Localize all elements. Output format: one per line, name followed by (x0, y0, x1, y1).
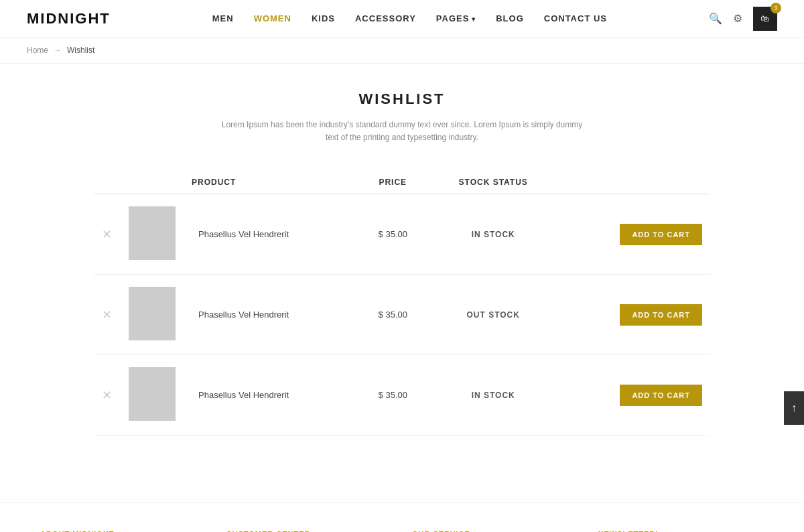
settings-icon[interactable]: ⚙ (733, 12, 742, 25)
add-to-cart-button[interactable]: ADD TO CART (620, 385, 702, 406)
product-price: $ 35.00 (379, 229, 407, 239)
stock-status: OUT STOCK (466, 310, 519, 320)
breadcrumb-arrow: → (54, 46, 62, 55)
remove-button[interactable]: ✕ (102, 308, 112, 322)
header-price: PRICE (358, 171, 427, 194)
add-to-cart-button[interactable]: ADD TO CART (620, 304, 702, 326)
page-description: Lorem Ipsum has been the industry's stan… (214, 119, 590, 144)
main-content: WISHLIST Lorem Ipsum has been the indust… (80, 64, 724, 462)
nav-men[interactable]: MEN (212, 13, 234, 23)
product-price: $ 35.00 (379, 310, 407, 320)
product-name: Phasellus Vel Hendrerit (192, 390, 289, 400)
product-price: $ 35.00 (379, 390, 407, 400)
product-thumbnail (129, 287, 176, 340)
scroll-to-top-button[interactable]: ↑ (784, 391, 804, 425)
breadcrumb-home[interactable]: Home (27, 46, 48, 55)
cart-icon: 🛍 (760, 13, 769, 23)
breadcrumb: Home → Wishlist (0, 38, 804, 64)
product-thumbnail (129, 367, 176, 421)
stock-status: IN STOCK (472, 230, 515, 239)
product-name: Phasellus Vel Hendrerit (192, 229, 289, 239)
search-icon[interactable]: 🔍 (709, 12, 722, 25)
product-name: Phasellus Vel Hendrerit (192, 310, 289, 320)
table-header-row: PRODUCT PRICE STOCK STATUS (94, 171, 710, 194)
nav-contact[interactable]: CONTACT US (544, 13, 607, 23)
add-to-cart-button[interactable]: ADD TO CART (620, 224, 702, 245)
cart-badge: 3 (770, 3, 781, 13)
cart-button[interactable]: 🛍 3 (753, 7, 777, 31)
remove-button[interactable]: ✕ (102, 389, 112, 402)
nav-blog[interactable]: BLOG (496, 13, 524, 23)
header-product: PRODUCT (184, 171, 358, 194)
nav-accessory[interactable]: ACCESSORY (355, 13, 416, 23)
table-row: ✕ Phasellus Vel Hendrerit $ 35.00 IN STO… (94, 194, 710, 275)
header-action (559, 171, 710, 194)
table-row: ✕ Phasellus Vel Hendrerit $ 35.00 IN STO… (94, 355, 710, 436)
logo[interactable]: MIDNIGHT (27, 10, 111, 27)
table-row: ✕ Phasellus Vel Hendrerit $ 35.00 OUT ST… (94, 275, 710, 355)
header-thumb (121, 171, 184, 194)
header-icons: 🔍 ⚙ 🛍 3 (709, 7, 777, 31)
breadcrumb-current: Wishlist (67, 46, 94, 55)
header: MIDNIGHT MEN WOMEN KIDS ACCESSORY PAGES … (0, 0, 804, 38)
wishlist-table: PRODUCT PRICE STOCK STATUS ✕ Phasellus V… (94, 171, 710, 436)
footer: ABOUT MIDNIGHT ADD 262 Milacina Mrest, B… (0, 503, 804, 532)
footer-top: ABOUT MIDNIGHT ADD 262 Milacina Mrest, B… (0, 503, 804, 532)
header-remove (94, 171, 121, 194)
product-thumbnail (129, 206, 176, 260)
header-stock: STOCK STATUS (427, 171, 559, 194)
main-nav: MEN WOMEN KIDS ACCESSORY PAGES BLOG CONT… (212, 13, 607, 23)
nav-women[interactable]: WOMEN (254, 13, 291, 23)
nav-pages[interactable]: PAGES (436, 13, 476, 23)
nav-kids[interactable]: KIDS (312, 13, 335, 23)
remove-button[interactable]: ✕ (102, 228, 112, 241)
stock-status: IN STOCK (472, 391, 515, 400)
page-title: WISHLIST (94, 90, 710, 108)
